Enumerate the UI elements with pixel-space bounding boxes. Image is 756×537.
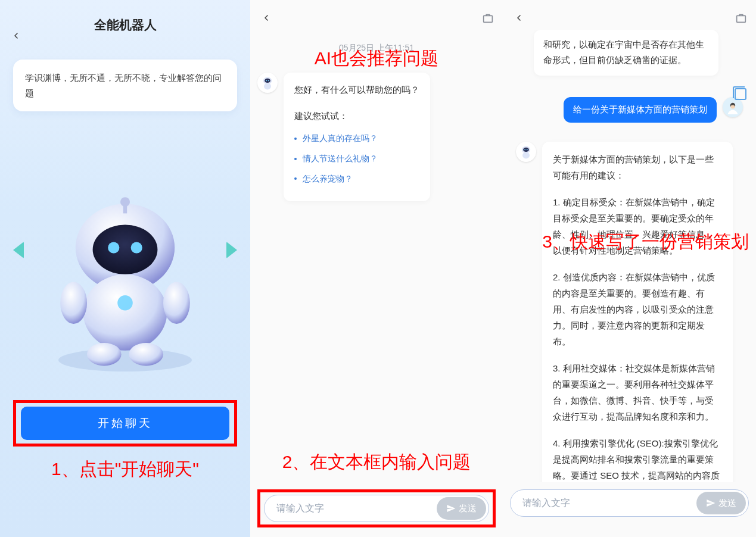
suggestion-item-0[interactable]: 外星人真的存在吗？ (294, 132, 419, 146)
svg-point-22 (730, 105, 735, 108)
robot-avatar-icon (260, 76, 275, 90)
annotation-step-1: 1、点击"开始聊天" (0, 457, 250, 482)
chat-text-input[interactable] (522, 498, 694, 508)
send-label: 发送 (718, 498, 736, 509)
svg-point-0 (58, 349, 192, 371)
svg-point-10 (87, 343, 122, 366)
user-avatar-icon (726, 100, 740, 114)
onboarding-pane: 全能机器人 学识渊博，无所不通，无所不晓，专业解答您的问题 (0, 0, 250, 537)
suggestion-item-1[interactable]: 情人节送什么礼物？ (294, 152, 419, 166)
ai-bubble-long: 关于新媒体方面的营销策划，以下是一些可能有用的建议： 1. 确定目标受众：在新媒… (542, 142, 733, 483)
svg-point-12 (117, 295, 133, 311)
chat-input-container: 发送 (264, 495, 489, 522)
svg-point-7 (83, 274, 167, 351)
svg-point-15 (265, 79, 270, 83)
back-button[interactable] (259, 10, 274, 26)
svg-point-9 (163, 282, 190, 324)
svg-point-17 (268, 80, 269, 81)
bullet-icon (294, 158, 297, 160)
svg-point-24 (523, 147, 529, 151)
svg-point-27 (522, 152, 530, 158)
robot-illustration (18, 179, 232, 393)
header: 全能机器人 (0, 0, 250, 36)
suggestion-header: 建议您试试： (294, 108, 419, 124)
chat-input-container: 发送 (510, 489, 749, 517)
send-icon (446, 504, 456, 513)
svg-point-26 (527, 149, 528, 150)
intro-card: 学识渊博，无所不通，无所不晓，专业解答您的问题 (13, 60, 237, 111)
robot-icon (30, 191, 220, 381)
ai-avatar (516, 142, 536, 162)
back-button[interactable] (511, 10, 527, 26)
svg-point-25 (524, 149, 525, 150)
archive-icon[interactable] (481, 11, 494, 24)
copy-icon[interactable] (735, 88, 746, 100)
back-button[interactable] (8, 28, 24, 43)
svg-point-11 (129, 343, 163, 366)
svg-point-16 (266, 80, 267, 81)
chat-scroll[interactable]: 和研究，以确定在宇宙中是否存在其他生命形式，但目前仍缺乏确凿的证据。 给一份关于… (503, 30, 756, 482)
chat-text-input[interactable] (276, 503, 434, 514)
annotation-step-2: 2、在文本框内输入问题 (250, 450, 503, 474)
chat-pane-response: 和研究，以确定在宇宙中是否存在其他生命形式，但目前仍缺乏确凿的证据。 给一份关于… (503, 0, 756, 537)
bullet-icon (294, 177, 297, 180)
ai-bubble: 您好，有什么可以帮助您的吗？ 建议您试试： 外星人真的存在吗？ 情人节送什么礼物… (284, 73, 430, 201)
send-button[interactable]: 发送 (437, 497, 486, 520)
annotation-suggestions: AI也会推荐问题 (250, 46, 503, 71)
annotation-step-3: 3、快速写了一份营销策划 (542, 230, 749, 254)
svg-point-3 (108, 242, 119, 253)
ai-message-row: 关于新媒体方面的营销策划，以下是一些可能有用的建议： 1. 确定目标受众：在新媒… (509, 137, 750, 483)
send-icon (706, 498, 715, 508)
robot-avatar-icon (519, 145, 533, 159)
start-chat-button[interactable]: 开始聊天 (21, 407, 229, 440)
user-message-row: 给一份关于新媒体方面的营销策划 (509, 92, 750, 127)
send-label: 发送 (459, 503, 477, 514)
input-highlight: 发送 (257, 489, 496, 527)
ai-point-4: 4. 利用搜索引擎优化 (SEO):搜索引擎优化是提高网站排名和搜索引擎流量的重… (553, 435, 722, 483)
ai-avatar (257, 73, 278, 93)
greeting-text: 您好，有什么可以帮助您的吗？ (294, 82, 419, 98)
suggestion-label: 怎么养宠物？ (303, 172, 353, 186)
ai-bubble-prev-tail: 和研究，以确定在宇宙中是否存在其他生命形式，但目前仍缺乏确凿的证据。 (534, 30, 718, 76)
ai-text-intro: 关于新媒体方面的营销策划，以下是一些可能有用的建议： (553, 151, 722, 183)
suggestion-label: 外星人真的存在吗？ (303, 132, 378, 146)
svg-rect-13 (484, 15, 493, 22)
ai-point-2: 2. 创造优质内容：在新媒体营销中，优质的内容是至关重要的。要创造有趣、有用、有… (553, 269, 722, 349)
svg-point-18 (264, 83, 271, 90)
user-bubble: 给一份关于新媒体方面的营销策划 (564, 97, 717, 123)
ai-message-row: 您好，有什么可以帮助您的吗？ 建议您试试： 外星人真的存在吗？ 情人节送什么礼物… (250, 68, 503, 206)
svg-point-4 (131, 242, 142, 253)
archive-icon[interactable] (735, 11, 748, 24)
page-title: 全能机器人 (0, 0, 250, 43)
suggestion-item-2[interactable]: 怎么养宠物？ (294, 172, 419, 186)
bullet-icon (294, 138, 297, 140)
header (250, 0, 503, 36)
svg-point-2 (93, 225, 158, 274)
ai-point-3: 3. 利用社交媒体：社交媒体是新媒体营销的重要渠道之一。要利用各种社交媒体平台，… (553, 360, 722, 424)
svg-rect-19 (737, 15, 746, 22)
send-button[interactable]: 发送 (696, 492, 746, 514)
svg-point-8 (60, 282, 87, 324)
svg-rect-6 (123, 204, 127, 213)
input-row: 发送 (510, 489, 749, 517)
start-button-highlight: 开始聊天 (13, 400, 237, 447)
suggestion-label: 情人节送什么礼物？ (303, 152, 378, 166)
chat-pane-suggestions: 05月25日 上午11:51 AI也会推荐问题 您好，有什么可以帮助您的吗？ 建… (250, 0, 503, 537)
